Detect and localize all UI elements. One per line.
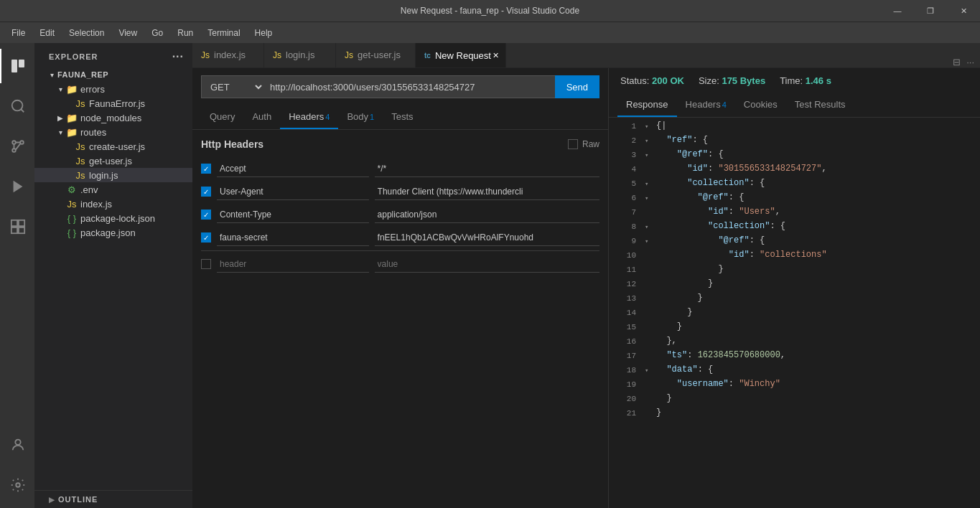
req-tab-tests[interactable]: Tests <box>383 105 421 129</box>
send-button[interactable]: Send <box>555 75 599 98</box>
tree-item-env[interactable]: ⚙ .env <box>34 182 192 197</box>
fold-2[interactable]: ▾ <box>645 135 653 145</box>
resp-tab-cookies[interactable]: Cookies <box>735 93 786 117</box>
json-line-12: 12 } <box>609 278 980 293</box>
json-content-7: "id": "Users", <box>656 207 974 217</box>
node-modules-arrow: ▶ <box>55 112 66 123</box>
tab-get-user-js[interactable]: Js get-user.js <box>336 43 416 67</box>
tab-get-user-js-icon: Js <box>345 50 353 60</box>
tree-item-index[interactable]: Js index.js <box>34 197 192 211</box>
tab-index-js-icon: Js <box>201 50 210 60</box>
url-input[interactable] <box>264 75 555 98</box>
tab-login-js[interactable]: Js login.js <box>264 43 336 67</box>
header-user-agent-key[interactable] <box>217 184 369 200</box>
req-tab-headers[interactable]: Headers4 <box>280 105 338 129</box>
method-select[interactable]: GET POST PUT DELETE PATCH <box>201 75 264 98</box>
tree-item-create-user[interactable]: Js create-user.js <box>34 139 192 154</box>
menu-view[interactable]: View <box>113 25 143 41</box>
activity-source-control-icon[interactable] <box>0 129 34 164</box>
status-bar: Status: 200 OK Size: 175 Bytes Time: 1.4… <box>609 68 980 93</box>
json-content-6: "@ref": { <box>656 192 974 202</box>
fold-4 <box>645 164 653 166</box>
fold-5[interactable]: ▾ <box>645 178 653 188</box>
header-new-checkbox[interactable] <box>201 259 211 269</box>
activity-run-icon[interactable] <box>0 169 34 204</box>
resp-tab-test-results[interactable]: Test Results <box>786 93 854 117</box>
menu-file[interactable]: File <box>6 25 31 41</box>
tree-item-faunaerror[interactable]: Js FaunaError.js <box>34 96 192 110</box>
close-button[interactable]: ✕ <box>947 0 980 22</box>
raw-toggle[interactable]: Raw <box>568 139 599 149</box>
menu-go[interactable]: Go <box>146 25 169 41</box>
header-new-key[interactable] <box>217 256 369 273</box>
json-line-1: 1 ▾ { <box>609 121 980 135</box>
outline-label: OUTLINE <box>58 495 98 504</box>
tree-item-errors[interactable]: ▾ 📁 errors <box>34 82 192 96</box>
fold-8[interactable]: ▾ <box>645 221 653 231</box>
menu-terminal[interactable]: Terminal <box>202 25 246 41</box>
tree-item-package[interactable]: { } package.json <box>34 225 192 240</box>
create-user-icon: Js <box>75 141 86 152</box>
resp-tab-response-label: Response <box>626 99 668 110</box>
line-number-18: 18 <box>615 364 636 375</box>
activity-settings-icon[interactable] <box>0 468 34 502</box>
header-fauna-secret-key[interactable] <box>217 230 369 246</box>
header-fauna-secret-checkbox[interactable] <box>201 232 211 243</box>
json-content-18: "data": { <box>656 364 974 375</box>
package-lock-icon: { } <box>66 212 78 224</box>
fold-1[interactable]: ▾ <box>645 121 653 131</box>
json-line-20: 20 } <box>609 393 980 408</box>
menu-run[interactable]: Run <box>172 25 199 41</box>
json-content-2: "ref": { <box>656 135 974 145</box>
raw-label: Raw <box>582 139 599 149</box>
json-content-4: "id": "301556533148254727", <box>656 164 974 174</box>
fold-3[interactable]: ▾ <box>645 149 653 159</box>
tree-item-node-modules[interactable]: ▶ 📁 node_modules <box>34 110 192 125</box>
req-tab-query[interactable]: Query <box>201 105 243 129</box>
header-new-value[interactable] <box>375 256 599 273</box>
activity-search-icon[interactable] <box>0 89 34 123</box>
tab-new-request-close[interactable]: ✕ <box>490 50 502 61</box>
routes-arrow: ▾ <box>55 126 66 138</box>
tree-item-login[interactable]: Js login.js <box>34 168 192 182</box>
tab-index-js[interactable]: Js index.js <box>192 43 264 67</box>
tab-new-request[interactable]: tc New Request ✕ <box>416 43 506 67</box>
json-line-16: 16 }, <box>609 336 980 350</box>
fold-18[interactable]: ▾ <box>645 364 653 375</box>
menu-selection[interactable]: Selection <box>63 25 110 41</box>
header-user-agent-checkbox[interactable] <box>201 187 211 197</box>
outline-header[interactable]: ▶ OUTLINE <box>34 491 192 508</box>
tree-item-get-user[interactable]: Js get-user.js <box>34 154 192 168</box>
header-content-type-checkbox[interactable] <box>201 210 211 220</box>
minimize-button[interactable]: — <box>881 0 914 22</box>
maximize-button[interactable]: ❐ <box>914 0 947 22</box>
tab-login-js-label: login.js <box>286 50 314 60</box>
tree-item-routes[interactable]: ▾ 📁 routes <box>34 125 192 139</box>
tree-root-fauna-rep[interactable]: ▾ FAUNA_REP <box>34 67 192 82</box>
req-tab-auth[interactable]: Auth <box>243 105 280 129</box>
resp-tab-response[interactable]: Response <box>617 93 677 117</box>
header-content-type-value[interactable] <box>375 207 599 223</box>
activity-extensions-icon[interactable] <box>0 210 34 244</box>
sidebar-more-button[interactable]: ··· <box>172 50 184 63</box>
header-fauna-secret-value[interactable] <box>375 230 599 246</box>
header-accept-key[interactable] <box>217 161 369 177</box>
split-editor-icon[interactable]: ⊟ <box>953 57 961 67</box>
header-accept-checkbox[interactable] <box>201 164 211 174</box>
header-user-agent-value[interactable] <box>375 184 599 200</box>
raw-checkbox[interactable] <box>568 139 578 149</box>
tree-item-package-lock[interactable]: { } package-lock.json <box>34 211 192 225</box>
req-tab-body[interactable]: Body1 <box>338 105 383 129</box>
fold-9[interactable]: ▾ <box>645 235 653 245</box>
fold-6[interactable]: ▾ <box>645 192 653 202</box>
activity-account-icon[interactable] <box>0 428 34 462</box>
menu-help[interactable]: Help <box>249 25 279 41</box>
package-label: package.json <box>80 227 136 238</box>
package-lock-label: package-lock.json <box>80 213 155 224</box>
header-accept-value[interactable] <box>375 161 599 177</box>
more-actions-icon[interactable]: ··· <box>966 57 974 67</box>
resp-tab-headers[interactable]: Headers4 <box>677 93 735 117</box>
activity-explorer-icon[interactable] <box>0 49 34 83</box>
menu-edit[interactable]: Edit <box>34 25 60 41</box>
header-content-type-key[interactable] <box>217 207 369 223</box>
